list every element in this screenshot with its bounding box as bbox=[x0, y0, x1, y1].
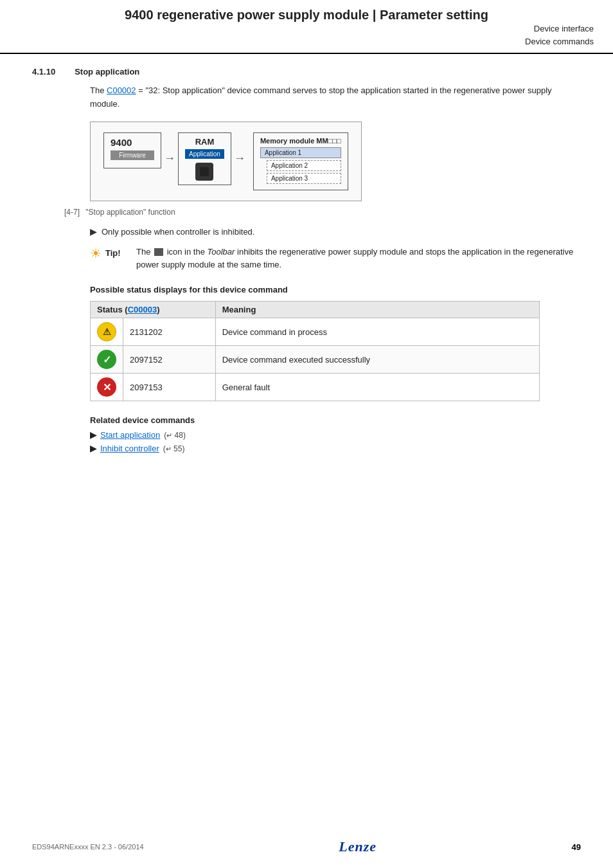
subtitle-line1: Device interface bbox=[19, 23, 594, 35]
page-footer: EDS94ARNExxxx EN 2.3 - 06/2014 Lenze 49 bbox=[0, 838, 613, 855]
status-code-2: 2097152 bbox=[123, 346, 216, 374]
related-item-1: ▶ Start application (↵ 48) bbox=[90, 430, 581, 440]
c00002-link[interactable]: C00002 bbox=[107, 86, 136, 95]
status-meaning-2: Device command executed successfully bbox=[215, 346, 539, 374]
status-meaning-3: General fault bbox=[215, 374, 539, 401]
status-row-3: ✕ 2097153 General fault bbox=[91, 374, 540, 401]
app-item-3: Application 3 bbox=[267, 173, 341, 184]
related-arrow-2: ▶ bbox=[90, 444, 96, 453]
box-ram: RAM Application bbox=[178, 132, 231, 185]
subtitle-line2: Device commands bbox=[19, 35, 594, 48]
box-memory: Memory module MM□□□ Application 1 Applic… bbox=[253, 132, 348, 190]
bullet-row: ▶ Only possible when controller is inhib… bbox=[90, 227, 581, 237]
section-number: 4.1.10 bbox=[32, 67, 55, 77]
page-ref-2: (↵ 55) bbox=[163, 444, 185, 453]
status-section-title: Possible status displays for this device… bbox=[90, 285, 581, 294]
col-meaning-header: Meaning bbox=[215, 302, 539, 318]
related-arrow-1: ▶ bbox=[90, 430, 96, 440]
col-status-header: Status (C00003) bbox=[91, 302, 216, 318]
firmware-label: Firmware bbox=[111, 150, 154, 160]
app-item-2: Application 2 bbox=[267, 160, 341, 171]
section-body-text: The C00002 = "32: Stop application" devi… bbox=[90, 84, 581, 111]
section-heading: 4.1.10 Stop application bbox=[32, 67, 581, 77]
status-icon-yellow: ⚠ bbox=[97, 322, 116, 341]
related-item-2: ▶ Inhibit controller (↵ 55) bbox=[90, 444, 581, 453]
app-item-1: Application 1 bbox=[260, 147, 341, 158]
status-code-3: 2097153 bbox=[123, 374, 216, 401]
related-title: Related device commands bbox=[90, 415, 581, 425]
status-icon-green: ✓ bbox=[97, 350, 116, 369]
section-title: Stop application bbox=[75, 67, 139, 77]
toolbar-italic: Toolbar bbox=[208, 247, 235, 257]
toolbar-inhibit-icon bbox=[154, 248, 163, 256]
page-ref-icon-1: ↵ bbox=[166, 431, 172, 439]
page-title: 9400 regenerative power supply module | … bbox=[19, 8, 594, 23]
status-icon-cell-2: ✓ bbox=[91, 346, 123, 374]
main-content: 4.1.10 Stop application The C00002 = "32… bbox=[0, 54, 613, 476]
tip-content: The icon in the Toolbar inhibits the reg… bbox=[136, 246, 581, 273]
figure-caption: [4-7] "Stop application" function bbox=[64, 208, 581, 217]
page-subtitle: Device interface Device commands bbox=[19, 23, 594, 48]
figure-number: [4-7] bbox=[64, 208, 80, 217]
inhibit-controller-link[interactable]: Inhibit controller bbox=[100, 444, 159, 453]
related-section: Related device commands ▶ Start applicat… bbox=[90, 415, 581, 453]
stop-icon bbox=[195, 163, 213, 181]
ram-title: RAM bbox=[185, 137, 224, 147]
bullet-arrow-icon: ▶ bbox=[90, 227, 96, 237]
tip-label: Tip! bbox=[105, 248, 121, 258]
diagram-inner: 9400 Firmware → RAM Application → Memory… bbox=[103, 132, 348, 190]
box-9400: 9400 Firmware bbox=[103, 132, 161, 168]
status-icon-cell-1: ⚠ bbox=[91, 318, 123, 346]
bullet-text: Only possible when controller is inhibit… bbox=[102, 227, 254, 237]
tip-icon-wrap: ☀ Tip! bbox=[90, 246, 129, 261]
page-ref-icon-2: ↵ bbox=[166, 445, 172, 453]
stop-icon-inner bbox=[200, 167, 209, 176]
arrow-right-2: → bbox=[231, 152, 248, 165]
status-row-1: ⚠ 2131202 Device command in process bbox=[91, 318, 540, 346]
tip-box: ☀ Tip! The icon in the Toolbar inhibits … bbox=[90, 246, 581, 273]
arrow-right: → bbox=[161, 152, 178, 165]
status-meaning-1: Device command in process bbox=[215, 318, 539, 346]
status-icon-cell-3: ✕ bbox=[91, 374, 123, 401]
tip-sun-icon: ☀ bbox=[90, 246, 102, 261]
application-label: Application bbox=[185, 149, 224, 159]
page-header: 9400 regenerative power supply module | … bbox=[0, 0, 613, 54]
footer-doc-id: EDS94ARNExxxx EN 2.3 - 06/2014 bbox=[32, 843, 144, 851]
status-code-1: 2131202 bbox=[123, 318, 216, 346]
page-ref-1: (↵ 48) bbox=[164, 431, 186, 440]
status-table: Status (C00003) Meaning ⚠ 2131202 Device… bbox=[90, 301, 540, 401]
tip-header-row: ☀ Tip! bbox=[90, 246, 129, 261]
status-row-2: ✓ 2097152 Device command executed succes… bbox=[91, 346, 540, 374]
diagram-container: 9400 Firmware → RAM Application → Memory… bbox=[90, 122, 362, 201]
footer-logo: Lenze bbox=[339, 838, 377, 855]
c00003-link[interactable]: C00003 bbox=[128, 305, 157, 314]
memory-title: Memory module MM□□□ bbox=[260, 137, 341, 145]
box-9400-title: 9400 bbox=[111, 137, 154, 148]
status-section: Possible status displays for this device… bbox=[90, 285, 581, 401]
status-icon-red: ✕ bbox=[97, 377, 116, 397]
footer-page: 49 bbox=[572, 842, 581, 852]
figure-text: "Stop application" function bbox=[85, 208, 175, 217]
start-application-link[interactable]: Start application bbox=[100, 430, 160, 440]
